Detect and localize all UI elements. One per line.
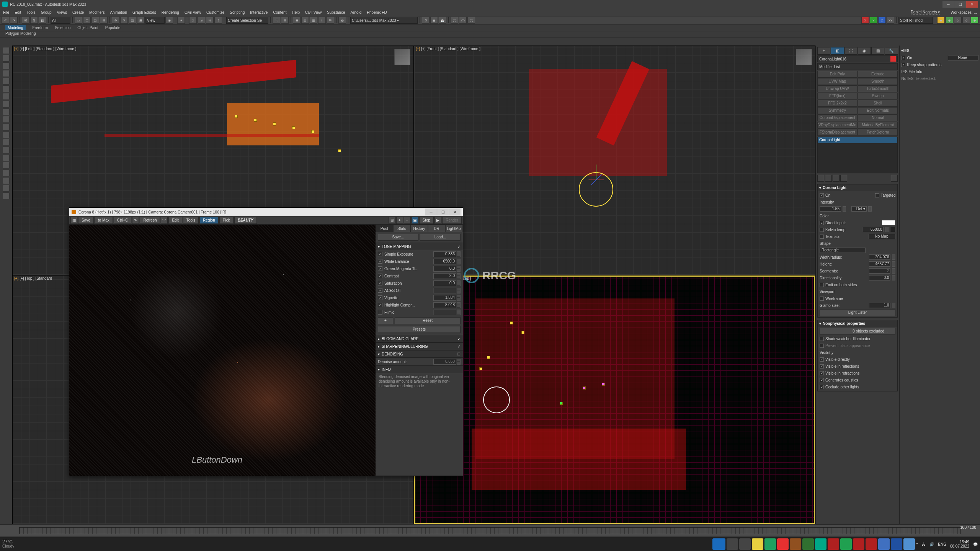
gizmo-spinner[interactable] (892, 303, 895, 308)
placement-button[interactable]: ⬒ (137, 17, 145, 24)
left-tool-8[interactable] (3, 101, 10, 108)
vfb-zoom-fit[interactable]: ⊞ (389, 217, 395, 224)
on-checkbox[interactable]: ✓ (820, 193, 824, 197)
texmap-radio[interactable] (820, 235, 824, 239)
left-tool-6[interactable] (3, 85, 10, 92)
shadowcatcher-checkbox[interactable] (820, 337, 824, 341)
mod-extrude[interactable]: Extrude (858, 71, 898, 78)
ribbon-selection[interactable]: Selection (55, 26, 70, 30)
scale-button[interactable]: ◫ (129, 17, 136, 24)
manipulate-button[interactable]: ✦ (177, 17, 185, 24)
minimize-button[interactable]: ─ (942, 1, 954, 8)
vfb-stop-button[interactable]: Stop (419, 217, 434, 224)
object-name-field[interactable]: CoronaLight016 (817, 55, 898, 62)
vfb-minimize[interactable]: ─ (425, 209, 437, 215)
visible-refl-checkbox[interactable]: ✓ (820, 364, 824, 368)
width-value[interactable]: 204.076 (869, 254, 890, 260)
left-tool-5[interactable] (3, 78, 10, 85)
toggle-ribbon-button[interactable]: ▦ (310, 17, 317, 24)
tm-wb-val[interactable]: 6500.0 (433, 259, 456, 264)
emit-both-checkbox[interactable] (820, 283, 824, 287)
task-app1[interactable] (764, 538, 776, 550)
named-selection-set[interactable]: Create Selection Se (226, 17, 268, 24)
task-taskview[interactable] (739, 538, 751, 550)
tm-sat-spin[interactable] (457, 280, 461, 286)
ribbon-section[interactable]: Polygon Modeling (0, 31, 980, 38)
task-app4[interactable] (802, 538, 814, 550)
tm-gm-spin[interactable] (457, 266, 461, 272)
menu-interactive[interactable]: Interactive (250, 10, 268, 15)
tm-sat-cb[interactable]: ✓ (378, 281, 382, 285)
left-tool-10[interactable] (3, 116, 10, 123)
time-ruler[interactable] (19, 527, 961, 534)
ies-header[interactable]: IES (903, 49, 978, 53)
viewport-top-label[interactable]: [+] [+] [Top ] [Standard (14, 276, 52, 280)
maximize-button[interactable]: ☐ (954, 1, 966, 8)
left-tool-4[interactable] (3, 70, 10, 77)
vfb-region-button[interactable]: Region (199, 217, 219, 224)
menu-rendering[interactable]: Rendering (162, 10, 179, 15)
vfb-tab-history[interactable]: History (410, 225, 428, 232)
left-tool-19[interactable] (3, 185, 10, 192)
tray-network-icon[interactable]: 🖧 (922, 542, 926, 546)
bind-button[interactable]: ◧ (39, 17, 46, 24)
signed-in-user[interactable]: Daniel Nagaets (911, 10, 940, 15)
section-sharpening[interactable]: ▸SHARPENING/BLURRING✓ (376, 342, 463, 350)
menu-content[interactable]: Content (273, 10, 286, 15)
task-app7[interactable] (853, 538, 864, 550)
targeted-checkbox[interactable] (875, 193, 879, 197)
spinner-snap-button[interactable]: ⇕ (214, 17, 222, 24)
tm-hcompr-val[interactable]: 8.048 (433, 302, 456, 308)
mod-normal[interactable]: Normal (858, 114, 898, 121)
mod-uvwmap[interactable]: UVW Map (817, 78, 858, 85)
hierarchy-tab[interactable]: ⛶ (844, 47, 858, 55)
vfb-load-settings-button[interactable]: Load... (420, 234, 461, 241)
axis-x-button[interactable]: X (861, 17, 869, 24)
task-app11[interactable] (903, 538, 915, 550)
link-button[interactable]: ⛓ (22, 17, 29, 24)
rollout-corona-light[interactable]: ▾Corona Light (818, 184, 897, 191)
project-path[interactable]: C:\Users\... 3ds Max 2023 ▾ (350, 17, 418, 24)
vfb-copy-button[interactable]: Ctrl+C (114, 217, 132, 224)
menu-file[interactable]: File (3, 10, 9, 15)
vfb-render-button[interactable]: Render (442, 217, 462, 224)
tm-filmic-cb[interactable] (378, 310, 382, 315)
menu-group[interactable]: Group (41, 10, 52, 15)
tray-expand-icon[interactable]: ˄ (916, 542, 918, 546)
task-app2[interactable] (777, 538, 789, 550)
vfb-render-view[interactable]: LButtonDown (69, 225, 376, 476)
tray-time[interactable]: 15:49 (950, 540, 969, 544)
menu-scripting[interactable]: Scripting (230, 10, 245, 15)
ies-file-button[interactable]: None (948, 55, 978, 60)
visible-direct-checkbox[interactable]: ✓ (820, 357, 824, 362)
vfb-save-settings-button[interactable]: Save... (378, 234, 418, 241)
vfb-play-button[interactable]: ▶ (434, 217, 441, 224)
vfb-close[interactable]: ✕ (449, 209, 461, 215)
select-region-button[interactable]: ▢ (91, 17, 99, 24)
intensity-value[interactable]: 1.55 (820, 206, 841, 212)
mod-vraydisp[interactable]: VRayDisplacementMo (817, 122, 858, 129)
timeline[interactable]: 100 / 100 (0, 524, 980, 536)
vfb-tab-lightmix[interactable]: LightMix (445, 225, 463, 232)
menu-modifiers[interactable]: Modifiers (89, 10, 105, 15)
menu-grapheditors[interactable]: Graph Editors (132, 10, 156, 15)
rt-mode-field[interactable]: Stort RT mod (898, 17, 933, 24)
modifier-list-dropdown[interactable]: Modifier List (817, 63, 898, 70)
mod-coronadisp[interactable]: CoronaDisplacement (817, 114, 858, 121)
vfb-dock-button[interactable]: ▥ (70, 217, 77, 224)
visible-refr-checkbox[interactable]: ✓ (820, 371, 824, 375)
vfb-zoom-in[interactable]: + (396, 217, 403, 224)
tm-sat-val[interactable]: 0.0 (433, 280, 456, 286)
mod-editnormals[interactable]: Edit Normals (858, 107, 898, 114)
section-info[interactable]: ▾INFO (376, 365, 463, 373)
vfb-zoom-out[interactable]: − (404, 217, 411, 224)
tm-hcompr-cb[interactable]: ✓ (378, 303, 382, 307)
gizmo-value[interactable]: 1.0 (869, 303, 890, 308)
menu-arnold[interactable]: Arnold (350, 10, 361, 15)
stack-remove-button[interactable] (840, 175, 847, 182)
curve-editor-button[interactable]: ⫿ (318, 17, 326, 24)
redo-button[interactable]: ↷ (10, 17, 18, 24)
vfb-tools-button[interactable]: Tools (183, 217, 199, 224)
section-denoising[interactable]: ▾DENOISING☐ (376, 350, 463, 358)
task-app10[interactable] (891, 538, 902, 550)
